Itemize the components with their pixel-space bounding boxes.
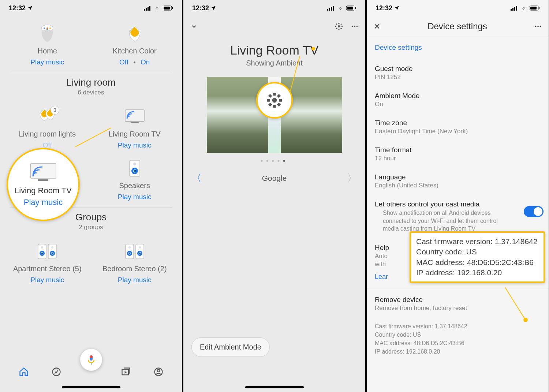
bulb-icon: [122, 23, 147, 45]
carousel-prev-icon[interactable]: 〈: [191, 171, 202, 185]
setting-ambient-mode[interactable]: Ambient Mode On: [367, 87, 549, 114]
setting-time-format[interactable]: Time format 12 hour: [367, 141, 549, 168]
svg-point-42: [157, 369, 160, 372]
info-country: Country code: US: [375, 331, 541, 339]
device-tile-living-room-tv[interactable]: Living Room TV Play music: [91, 103, 179, 154]
carousel-label: Google: [262, 174, 287, 183]
svg-point-53: [356, 26, 358, 27]
screen-home: 12:32 Home Play music: [0, 0, 182, 392]
settings-gear-icon[interactable]: [335, 22, 343, 31]
back-chevron-icon[interactable]: [190, 22, 198, 30]
setting-timezone[interactable]: Time zone Eastern Daylight Time (New Yor…: [367, 114, 549, 141]
svg-rect-46: [333, 6, 334, 11]
callout-action: Play music: [24, 198, 63, 207]
svg-rect-45: [331, 7, 332, 11]
clock: 12:32: [192, 4, 209, 12]
svg-point-27: [128, 246, 131, 249]
play-music-link[interactable]: Play music: [93, 276, 177, 284]
svg-point-25: [51, 252, 53, 254]
section-subtitle: 2 groups: [0, 224, 182, 231]
pager-dots: ●●●●●: [183, 158, 365, 163]
setting-key: Guest mode: [375, 65, 541, 73]
page-title: Device settings: [427, 21, 487, 31]
device-tile-kitchen-color[interactable]: Kitchen Color Off On: [91, 20, 179, 71]
cellular-icon: [511, 5, 518, 11]
device-status: Showing Ambient: [183, 59, 365, 67]
svg-point-19: [41, 246, 43, 249]
play-music-link[interactable]: Play music: [5, 276, 90, 284]
setting-value: 12 hour: [375, 155, 541, 162]
edit-ambient-button[interactable]: Edit Ambient Mode: [191, 337, 270, 357]
group-tile-apartment-stereo[interactable]: Apartment Stereo (5) Play music: [4, 238, 91, 289]
setting-key: Let others control your cast media: [375, 200, 541, 208]
nav-account-icon[interactable]: [153, 367, 164, 377]
divider: [10, 73, 172, 73]
svg-rect-48: [347, 7, 353, 10]
annotation-callout-device-info: Cast firmware version: 1.37.148642 Count…: [410, 231, 545, 283]
voice-assistant-button[interactable]: [80, 349, 102, 371]
nav-media-icon[interactable]: [121, 367, 131, 377]
setting-guest-mode[interactable]: Guest mode PIN 1252: [367, 60, 549, 87]
setting-value: Eastern Daylight Time (New York): [375, 128, 541, 135]
close-icon[interactable]: [373, 23, 381, 30]
svg-point-9: [46, 27, 48, 29]
speaker-icon: [122, 157, 147, 179]
tile-label: Living room lights: [5, 130, 90, 138]
setting-value: On: [375, 101, 541, 108]
svg-point-29: [128, 252, 131, 254]
callout-ip: IP address: 192.168.0.20: [416, 268, 538, 278]
annotation-callout-gear: [256, 82, 293, 119]
device-tile-home[interactable]: Home Play music: [4, 20, 91, 71]
play-music-link[interactable]: Play music: [93, 141, 177, 149]
section-title-living-room: Living room: [0, 77, 182, 88]
annotation-dot: [311, 47, 315, 51]
svg-point-39: [52, 368, 60, 376]
svg-rect-60: [530, 7, 537, 10]
location-arrow-icon: [27, 5, 33, 11]
off-link[interactable]: Off: [119, 58, 128, 66]
nav-home-icon[interactable]: [19, 367, 29, 377]
bulbs-icon: 3: [34, 106, 60, 128]
device-info-block: Cast firmware version: 1.37.148642 Count…: [367, 318, 549, 361]
wifi-icon: [337, 5, 344, 11]
nav-discover-icon[interactable]: [51, 367, 61, 377]
annotation-dot: [523, 318, 528, 322]
device-tile-speakers[interactable]: Speakers Play music: [91, 154, 179, 206]
svg-rect-1: [146, 8, 147, 11]
edit-ambient-label: Edit Ambient Mode: [200, 343, 261, 351]
svg-rect-37: [90, 355, 93, 358]
svg-rect-44: [329, 8, 330, 11]
setting-language[interactable]: Language English (United States): [367, 168, 549, 195]
play-music-link[interactable]: Play music: [93, 193, 177, 201]
home-indicator: [62, 386, 120, 388]
more-menu-icon[interactable]: [351, 22, 359, 30]
svg-rect-2: [147, 7, 149, 11]
callout-country: Country code: US: [416, 247, 538, 257]
on-link[interactable]: On: [141, 58, 150, 66]
svg-point-23: [51, 246, 53, 249]
svg-point-31: [139, 246, 141, 249]
svg-point-63: [537, 26, 539, 27]
status-bar: 12:32: [183, 0, 365, 16]
setting-description: Show a notification on all Android devic…: [375, 208, 541, 233]
tile-label: Kitchen Color: [93, 47, 177, 55]
svg-rect-56: [512, 8, 513, 11]
play-music-link[interactable]: Play music: [5, 58, 90, 66]
device-tile-living-room-lights[interactable]: 3 Living room lights Off: [4, 103, 91, 154]
cellular-icon: [144, 5, 151, 11]
callout-mac: MAC address: 48:D6:D5:2C:43:B6: [416, 257, 538, 268]
google-home-icon: [34, 23, 60, 45]
battery-icon: [530, 5, 540, 11]
setting-value: English (United States): [375, 182, 541, 189]
svg-point-64: [540, 26, 541, 27]
location-arrow-icon: [210, 5, 216, 11]
carousel-next-icon[interactable]: 〉: [347, 171, 357, 185]
group-tile-bedroom-stereo[interactable]: Bedroom Stereo (2) Play music: [91, 238, 179, 289]
device-settings-link[interactable]: Device settings: [367, 37, 549, 60]
svg-point-15: [133, 163, 136, 165]
toggle-switch[interactable]: [524, 206, 544, 217]
separator-dot: [134, 61, 135, 63]
status-bar: 12:32: [0, 0, 182, 16]
svg-rect-58: [516, 6, 517, 11]
more-menu-icon[interactable]: [534, 22, 542, 30]
